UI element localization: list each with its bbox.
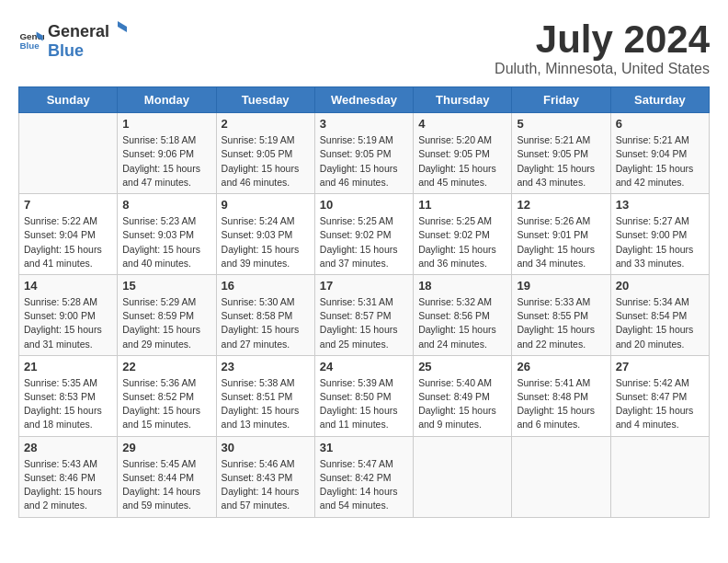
day-info: Sunrise: 5:42 AM Sunset: 8:47 PM Dayligh… — [616, 376, 704, 432]
day-number: 27 — [616, 360, 704, 373]
calendar-cell: 14Sunrise: 5:28 AM Sunset: 9:00 PM Dayli… — [19, 274, 118, 355]
day-number: 1 — [122, 117, 210, 131]
day-info: Sunrise: 5:30 AM Sunset: 8:58 PM Dayligh… — [222, 295, 310, 351]
day-number: 19 — [517, 279, 605, 293]
calendar-cell: 1Sunrise: 5:18 AM Sunset: 9:06 PM Daylig… — [118, 113, 216, 194]
day-info: Sunrise: 5:21 AM Sunset: 9:05 PM Dayligh… — [517, 133, 605, 190]
day-number: 22 — [122, 360, 210, 373]
day-info: Sunrise: 5:25 AM Sunset: 9:02 PM Dayligh… — [320, 214, 408, 270]
calendar-cell — [610, 436, 709, 517]
day-number: 15 — [122, 279, 210, 293]
calendar-cell: 13Sunrise: 5:27 AM Sunset: 9:00 PM Dayli… — [610, 194, 709, 275]
day-info: Sunrise: 5:29 AM Sunset: 8:59 PM Dayligh… — [122, 295, 210, 351]
day-number: 23 — [222, 360, 310, 373]
day-info: Sunrise: 5:23 AM Sunset: 9:03 PM Dayligh… — [122, 214, 210, 270]
calendar-week-2: 7Sunrise: 5:22 AM Sunset: 9:04 PM Daylig… — [19, 194, 710, 275]
calendar-cell: 7Sunrise: 5:22 AM Sunset: 9:04 PM Daylig… — [19, 194, 118, 275]
calendar-cell: 25Sunrise: 5:40 AM Sunset: 8:49 PM Dayli… — [414, 355, 512, 436]
calendar-cell: 22Sunrise: 5:36 AM Sunset: 8:52 PM Dayli… — [118, 355, 216, 436]
calendar-cell: 15Sunrise: 5:29 AM Sunset: 8:59 PM Dayli… — [118, 274, 216, 355]
svg-marker-3 — [118, 21, 127, 32]
calendar-cell: 10Sunrise: 5:25 AM Sunset: 9:02 PM Dayli… — [314, 194, 413, 275]
day-info: Sunrise: 5:36 AM Sunset: 8:52 PM Dayligh… — [122, 376, 210, 432]
day-number: 26 — [517, 360, 605, 373]
calendar-week-3: 14Sunrise: 5:28 AM Sunset: 9:00 PM Dayli… — [19, 274, 710, 355]
day-info: Sunrise: 5:47 AM Sunset: 8:42 PM Dayligh… — [320, 457, 408, 513]
logo-arrow-icon — [110, 18, 129, 37]
day-info: Sunrise: 5:19 AM Sunset: 9:05 PM Dayligh… — [320, 133, 408, 190]
calendar-cell: 19Sunrise: 5:33 AM Sunset: 8:55 PM Dayli… — [512, 274, 610, 355]
day-number: 8 — [122, 198, 210, 212]
day-info: Sunrise: 5:21 AM Sunset: 9:04 PM Dayligh… — [616, 133, 704, 190]
calendar-table: SundayMondayTuesdayWednesdayThursdayFrid… — [18, 86, 710, 517]
day-number: 4 — [418, 117, 506, 131]
day-info: Sunrise: 5:32 AM Sunset: 8:56 PM Dayligh… — [418, 295, 506, 351]
calendar-header-sunday: Sunday — [19, 87, 118, 113]
day-info: Sunrise: 5:45 AM Sunset: 8:44 PM Dayligh… — [122, 457, 210, 513]
page-subtitle: Duluth, Minnesota, United States — [495, 61, 710, 77]
day-info: Sunrise: 5:20 AM Sunset: 9:05 PM Dayligh… — [418, 133, 506, 190]
calendar-body: 1Sunrise: 5:18 AM Sunset: 9:06 PM Daylig… — [19, 113, 710, 517]
day-info: Sunrise: 5:31 AM Sunset: 8:57 PM Dayligh… — [320, 295, 408, 351]
day-info: Sunrise: 5:19 AM Sunset: 9:05 PM Dayligh… — [222, 133, 310, 190]
day-number: 6 — [616, 117, 704, 131]
calendar-cell — [414, 436, 512, 517]
calendar-cell: 30Sunrise: 5:46 AM Sunset: 8:43 PM Dayli… — [216, 436, 314, 517]
day-info: Sunrise: 5:27 AM Sunset: 9:00 PM Dayligh… — [616, 214, 704, 270]
calendar-cell: 9Sunrise: 5:24 AM Sunset: 9:03 PM Daylig… — [216, 194, 314, 275]
calendar-cell: 4Sunrise: 5:20 AM Sunset: 9:05 PM Daylig… — [414, 113, 512, 194]
day-number: 20 — [616, 279, 704, 293]
day-info: Sunrise: 5:35 AM Sunset: 8:53 PM Dayligh… — [24, 376, 112, 432]
logo-blue: Blue — [48, 41, 84, 60]
calendar-cell: 16Sunrise: 5:30 AM Sunset: 8:58 PM Dayli… — [216, 274, 314, 355]
logo: General Blue General Blue — [18, 18, 130, 61]
calendar-cell: 5Sunrise: 5:21 AM Sunset: 9:05 PM Daylig… — [512, 113, 610, 194]
day-number: 11 — [418, 198, 506, 212]
day-number: 28 — [24, 441, 112, 454]
page-title: July 2024 — [495, 18, 710, 61]
day-info: Sunrise: 5:46 AM Sunset: 8:43 PM Dayligh… — [222, 457, 310, 513]
calendar-cell: 26Sunrise: 5:41 AM Sunset: 8:48 PM Dayli… — [512, 355, 610, 436]
calendar-cell: 29Sunrise: 5:45 AM Sunset: 8:44 PM Dayli… — [118, 436, 216, 517]
day-info: Sunrise: 5:22 AM Sunset: 9:04 PM Dayligh… — [24, 214, 112, 270]
calendar-header-row: SundayMondayTuesdayWednesdayThursdayFrid… — [19, 87, 710, 113]
calendar-week-5: 28Sunrise: 5:43 AM Sunset: 8:46 PM Dayli… — [19, 436, 710, 517]
calendar-cell: 20Sunrise: 5:34 AM Sunset: 8:54 PM Dayli… — [610, 274, 709, 355]
calendar-cell: 12Sunrise: 5:26 AM Sunset: 9:01 PM Dayli… — [512, 194, 610, 275]
calendar-header-friday: Friday — [512, 87, 610, 113]
day-number: 24 — [320, 360, 408, 373]
calendar-cell: 3Sunrise: 5:19 AM Sunset: 9:05 PM Daylig… — [314, 113, 413, 194]
day-info: Sunrise: 5:34 AM Sunset: 8:54 PM Dayligh… — [616, 295, 704, 351]
day-number: 21 — [24, 360, 112, 373]
day-info: Sunrise: 5:43 AM Sunset: 8:46 PM Dayligh… — [24, 457, 112, 513]
calendar-cell: 6Sunrise: 5:21 AM Sunset: 9:04 PM Daylig… — [610, 113, 709, 194]
calendar-cell: 17Sunrise: 5:31 AM Sunset: 8:57 PM Dayli… — [314, 274, 413, 355]
title-section: July 2024 Duluth, Minnesota, United Stat… — [495, 18, 710, 77]
calendar-cell: 21Sunrise: 5:35 AM Sunset: 8:53 PM Dayli… — [19, 355, 118, 436]
calendar-cell: 18Sunrise: 5:32 AM Sunset: 8:56 PM Dayli… — [414, 274, 512, 355]
calendar-cell: 23Sunrise: 5:38 AM Sunset: 8:51 PM Dayli… — [216, 355, 314, 436]
day-info: Sunrise: 5:40 AM Sunset: 8:49 PM Dayligh… — [418, 376, 506, 432]
day-info: Sunrise: 5:18 AM Sunset: 9:06 PM Dayligh… — [122, 133, 210, 190]
day-info: Sunrise: 5:33 AM Sunset: 8:55 PM Dayligh… — [517, 295, 605, 351]
day-number: 17 — [320, 279, 408, 293]
calendar-week-1: 1Sunrise: 5:18 AM Sunset: 9:06 PM Daylig… — [19, 113, 710, 194]
day-info: Sunrise: 5:24 AM Sunset: 9:03 PM Dayligh… — [222, 214, 310, 270]
day-number: 13 — [616, 198, 704, 212]
calendar-cell — [512, 436, 610, 517]
header: General Blue General Blue July 2024 Dulu… — [18, 18, 710, 77]
day-info: Sunrise: 5:39 AM Sunset: 8:50 PM Dayligh… — [320, 376, 408, 432]
day-number: 30 — [222, 441, 310, 454]
calendar-week-4: 21Sunrise: 5:35 AM Sunset: 8:53 PM Dayli… — [19, 355, 710, 436]
calendar-cell: 28Sunrise: 5:43 AM Sunset: 8:46 PM Dayli… — [19, 436, 118, 517]
calendar-header-thursday: Thursday — [414, 87, 512, 113]
day-number: 5 — [517, 117, 605, 131]
day-number: 7 — [24, 198, 112, 212]
day-number: 31 — [320, 441, 408, 454]
day-number: 18 — [418, 279, 506, 293]
calendar-cell: 27Sunrise: 5:42 AM Sunset: 8:47 PM Dayli… — [610, 355, 709, 436]
calendar-header-monday: Monday — [118, 87, 216, 113]
day-info: Sunrise: 5:26 AM Sunset: 9:01 PM Dayligh… — [517, 214, 605, 270]
day-info: Sunrise: 5:38 AM Sunset: 8:51 PM Dayligh… — [222, 376, 310, 432]
day-number: 14 — [24, 279, 112, 293]
